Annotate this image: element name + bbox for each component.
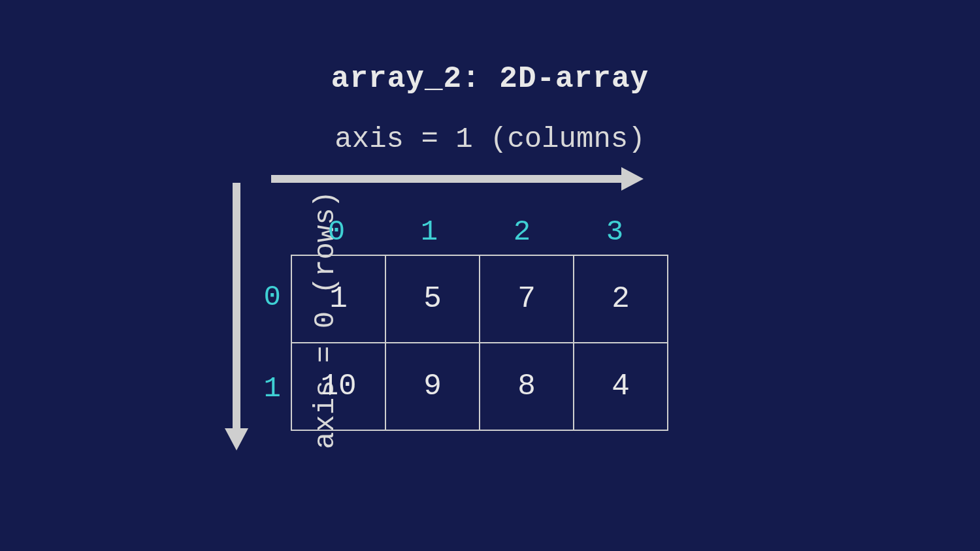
row-index-0: 0 bbox=[255, 281, 281, 313]
column-index-1: 1 bbox=[384, 215, 475, 248]
arrow-down-icon bbox=[229, 183, 244, 450]
cell-1-0: 10 bbox=[291, 343, 385, 430]
cell-1-3: 4 bbox=[574, 343, 668, 430]
array-grid: 1 5 7 2 10 9 8 4 bbox=[291, 255, 668, 431]
cell-0-0: 1 bbox=[291, 255, 385, 343]
column-index-2: 2 bbox=[476, 215, 568, 248]
column-index-0: 0 bbox=[291, 215, 382, 248]
cell-0-3: 2 bbox=[574, 255, 668, 343]
column-index-3: 3 bbox=[569, 215, 661, 248]
cell-0-1: 5 bbox=[385, 255, 480, 343]
arrow-right-icon bbox=[271, 171, 644, 187]
cell-1-2: 8 bbox=[480, 343, 574, 430]
cell-1-1: 9 bbox=[385, 343, 480, 430]
diagram-root: array_2: 2D-array axis = 1 (columns) axi… bbox=[0, 0, 980, 551]
cell-0-2: 7 bbox=[480, 255, 574, 343]
row-index-1: 1 bbox=[255, 372, 281, 405]
table-row: 10 9 8 4 bbox=[291, 343, 668, 430]
axis-1-label: axis = 1 (columns) bbox=[0, 123, 980, 155]
table-row: 1 5 7 2 bbox=[291, 255, 668, 343]
page-title: array_2: 2D-array bbox=[0, 62, 980, 96]
